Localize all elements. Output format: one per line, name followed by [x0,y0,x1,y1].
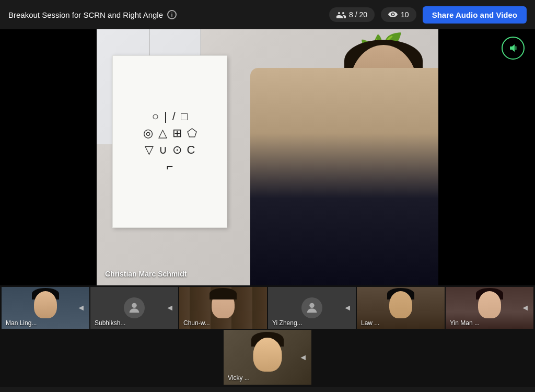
thumb-avatar-subhiksh [124,297,145,318]
symbol-double-circle: ◎ [143,127,153,140]
views-pill: 10 [381,7,416,22]
session-title: Breakout Session for SCRN and Right Angl… [8,10,323,19]
thumbnails-row: Man Ling... ◄ Subhiksh... ◄ Chun-w... [0,285,535,330]
eye-icon [388,11,398,18]
symbol-grid: ⊞ [172,127,182,140]
participants-icon [336,11,346,18]
bottom-center-row: Vicky ... ◄ [0,330,535,387]
thumb-name-man-ling: Man Ling... [6,319,37,327]
thumb-avatar-yizheng [301,297,322,318]
participants-pill: 8 / 20 [329,7,375,22]
thumb-chunw[interactable]: Chun-w... [179,287,267,329]
thumb-name-subhiksh: Subhiksh... [95,319,125,327]
symbol-target: ⊙ [172,144,182,156]
svg-point-2 [132,303,136,307]
thumb-name-vicky: Vicky ... [228,374,250,382]
thumb-name-law: Law ... [361,319,379,327]
title-text: Breakout Session for SCRN and Right Angl… [8,10,163,19]
symbol-row-2: ◎ △ ⊞ ⬠ [143,127,197,140]
symbol-square: □ [181,110,188,123]
thumb-audio-man-ling: ◄ [77,303,85,313]
symbol-slash: / [172,110,176,123]
thumb-yinman[interactable]: Yin Man ... ◄ [446,287,533,329]
thumb-name-chunw: Chun-w... [183,319,210,327]
thumb-name-yizheng: Yi Zheng... [272,319,303,327]
video-left-padding [0,29,97,285]
thumb-audio-vicky: ◄ [299,353,307,362]
symbol-c: C [187,144,195,156]
symbol-triangle: △ [158,127,167,140]
thumb-law[interactable]: Law ... [357,287,445,329]
thumb-name-yinman: Yin Man ... [450,319,480,327]
thumb-subhiksh[interactable]: Subhiksh... ◄ [90,287,178,329]
thumb-face-vicky [253,338,282,372]
person-torso [250,68,438,286]
svg-marker-0 [510,45,515,52]
thumb-face-law [389,291,412,318]
participants-count: 8 / 20 [349,10,367,19]
thumb-hair-chunw [210,288,237,299]
thumb-yizheng[interactable]: Yi Zheng... ◄ [268,287,356,329]
thumb-man-ling[interactable]: Man Ling... ◄ [2,287,89,329]
paper-with-symbols: ○ | / □ ◎ △ ⊞ ⬠ ▽ ∪ ⊙ C ⌐ [112,55,227,228]
symbol-cup: ∪ [159,144,167,156]
thumb-face-yinman [478,291,501,318]
thumb-face-man-ling [34,291,57,318]
thumb-audio-yinman: ◄ [521,303,529,313]
video-frame-inner: 🌿 🌿 ○ | / □ ◎ △ ⊞ ⬠ ▽ [97,29,438,285]
views-count: 10 [401,10,409,19]
video-right-padding [438,29,535,285]
speaker-active-icon [502,37,525,60]
symbol-line: | [164,110,167,123]
header-bar: Breakout Session for SCRN and Right Angl… [0,0,535,29]
thumb-audio-subhiksh: ◄ [166,303,174,313]
share-audio-video-button[interactable]: Share Audio and Video [423,6,527,24]
symbol-circle: ○ [152,110,159,123]
symbol-corner: ⌐ [167,160,173,173]
symbol-row-1: ○ | / □ [152,110,188,123]
main-video-frame: 🌿 🌿 ○ | / □ ◎ △ ⊞ ⬠ ▽ [97,29,438,285]
symbol-pentagon: ⬠ [187,127,197,140]
main-video-area: 🌿 🌿 ○ | / □ ◎ △ ⊞ ⬠ ▽ [0,29,535,285]
info-icon[interactable]: i [167,10,177,19]
thumb-audio-yizheng: ◄ [343,303,352,313]
thumb-vicky[interactable]: Vicky ... ◄ [224,330,311,385]
symbol-row-3: ▽ ∪ ⊙ C [145,144,195,156]
symbol-row-4: ⌐ [167,160,173,173]
main-speaker-name: Christian Marc Schmidt [105,270,187,278]
symbol-inv-triangle: ▽ [145,144,154,156]
svg-point-3 [309,303,314,307]
